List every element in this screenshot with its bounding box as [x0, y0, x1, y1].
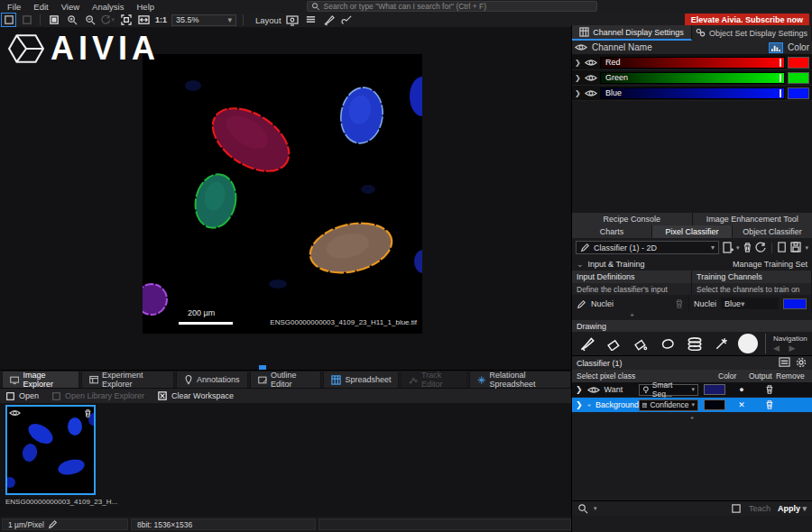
open-classifier-button[interactable]	[777, 242, 788, 253]
menu-analysis[interactable]: Analysis	[92, 2, 124, 12]
want-color-swatch[interactable]	[704, 384, 725, 395]
tab-spreadsheet[interactable]: Spreadsheet	[323, 371, 399, 388]
eye-icon[interactable]	[585, 74, 597, 82]
layout-list-button[interactable]	[304, 14, 318, 26]
search-input[interactable]	[324, 2, 593, 11]
eye-icon[interactable]	[585, 89, 597, 97]
lasso-tool-button[interactable]	[657, 334, 678, 353]
tab-channel-display-settings[interactable]: Channel Display Settings	[572, 25, 692, 41]
eraser-tool-button[interactable]	[603, 334, 624, 353]
menu-file[interactable]: File	[7, 2, 21, 12]
eraser-brush-tool-button[interactable]	[630, 334, 651, 353]
input-training-section-header[interactable]: ⌄ Input & Training Manage Training Set	[572, 257, 812, 271]
open-button[interactable]: Open	[5, 391, 39, 401]
layout-label[interactable]: Layout	[255, 15, 281, 25]
expand-chevron-icon[interactable]: ❯	[575, 74, 582, 82]
new-classifier-button[interactable]	[722, 242, 734, 253]
background-mode-dropdown[interactable]: Confidence ▾	[639, 399, 698, 411]
tab-outline-editor[interactable]: Outline Editor	[250, 371, 322, 388]
green-color-swatch[interactable]	[788, 72, 809, 84]
blue-lut-bar[interactable]: Blue	[600, 87, 785, 99]
chevron-down-icon[interactable]: ▾	[736, 244, 740, 252]
input-definition-row[interactable]: Nuclei	[572, 295, 689, 313]
eye-icon[interactable]	[575, 43, 587, 51]
tab-object-classifier[interactable]: Object Classifier	[733, 225, 812, 238]
want-output-toggle[interactable]: ●	[730, 385, 753, 394]
manage-training-set-link[interactable]: Manage Training Set	[733, 260, 807, 269]
layer-stack-tool-button[interactable]	[684, 334, 706, 353]
delete-classifier-button[interactable]	[742, 242, 752, 253]
fit-width-button[interactable]	[137, 14, 151, 26]
tab-annotations[interactable]: Annotations	[176, 371, 248, 388]
measure-tool-button[interactable]	[340, 14, 354, 26]
tab-experiment-explorer[interactable]: Experiment Explorer	[81, 371, 175, 388]
global-search[interactable]	[307, 1, 597, 12]
chevron-down-icon[interactable]: ▾	[594, 505, 597, 512]
tab-image-explorer[interactable]: Image Explorer	[2, 371, 79, 388]
clear-workspace-button[interactable]: Clear Workspace	[157, 390, 234, 401]
tab-object-set-display-settings[interactable]: Object Set Display Settings	[692, 25, 812, 41]
gear-icon[interactable]	[796, 357, 807, 369]
expand-chevron-icon[interactable]: ❯	[575, 89, 582, 97]
actual-size-button[interactable]: 1:1	[155, 15, 167, 24]
tab-pixel-classifier[interactable]: Pixel Classifier	[652, 225, 732, 238]
add-pixel-class-button[interactable]: +	[572, 413, 812, 424]
select-tool-button[interactable]	[2, 14, 15, 26]
save-classifier-button[interactable]	[790, 242, 802, 253]
training-channel-dropdown[interactable]: Blue ▾	[721, 298, 779, 310]
teach-button[interactable]: Teach	[749, 504, 770, 513]
zoom-out-button[interactable]	[83, 14, 97, 26]
expand-chevron-icon[interactable]: ❯	[576, 385, 583, 394]
eye-icon[interactable]	[587, 386, 600, 394]
menu-view[interactable]: View	[61, 2, 79, 12]
list-options-icon[interactable]	[779, 357, 790, 368]
secondary-select-button[interactable]	[20, 14, 33, 26]
image-canvas[interactable]: 200 µm ENSG00000000003_4109_23_H11_1_blu…	[143, 54, 422, 334]
classifier-select[interactable]: Classifier (1) - 2D ▾	[576, 241, 719, 254]
channel-row-blue[interactable]: ❯ Blue	[572, 86, 812, 101]
eye-icon[interactable]	[585, 59, 597, 67]
green-lut-bar[interactable]: Green	[600, 72, 785, 84]
eye-icon[interactable]	[9, 409, 21, 417]
tab-relational-spreadsheet[interactable]: Relational Spreadsheet	[469, 371, 571, 388]
edit-scale-pencil-icon[interactable]	[48, 519, 58, 529]
pixel-class-row-background[interactable]: ❯ Background Confidence ▾ ✕	[572, 398, 812, 413]
expand-chevron-icon[interactable]: ❯	[576, 400, 583, 409]
trash-icon[interactable]	[764, 384, 774, 395]
tab-charts[interactable]: Charts	[572, 225, 651, 238]
pixel-class-row-want[interactable]: ❯ Want Smart Seg... ▾ ●	[572, 382, 812, 398]
background-output-toggle[interactable]: ✕	[730, 400, 753, 409]
trash-icon[interactable]	[674, 298, 684, 309]
zoom-in-button[interactable]	[65, 14, 78, 26]
fit-screen-button[interactable]	[119, 14, 133, 26]
subscribe-button[interactable]: Elevate Aivia. Subscribe now	[685, 14, 809, 26]
image-thumbnail[interactable]	[5, 405, 96, 495]
magic-wand-tool-button[interactable]	[711, 334, 733, 353]
red-lut-bar[interactable]: Red	[600, 57, 785, 69]
histogram-toggle-button[interactable]	[769, 42, 783, 53]
channel-row-green[interactable]: ❯ Green	[572, 70, 812, 86]
chevron-down-icon[interactable]: ▾	[805, 244, 808, 252]
reset-view-button[interactable]: ▾	[101, 14, 115, 26]
tab-image-enhancement-tool[interactable]: Image Enhancement Tool	[693, 213, 812, 225]
menu-edit[interactable]: Edit	[33, 2, 48, 12]
trash-icon[interactable]	[764, 399, 774, 410]
red-color-swatch[interactable]	[788, 57, 809, 69]
apply-button[interactable]: Apply ▾	[778, 504, 807, 513]
zoom-level-dropdown[interactable]: 35.5% ▾	[171, 14, 236, 26]
want-mode-dropdown[interactable]: Smart Seg... ▾	[639, 384, 698, 396]
trash-icon[interactable]	[83, 408, 92, 418]
brush-tool-button[interactable]	[576, 334, 597, 353]
layout-presets-button[interactable]	[286, 14, 300, 26]
open-library-explorer-button[interactable]: Open Library Explorer	[51, 391, 144, 401]
tab-recipe-console[interactable]: Recipe Console	[572, 213, 692, 225]
channel-row-red[interactable]: ❯ Red	[572, 55, 812, 70]
crop-region-button[interactable]	[47, 14, 60, 26]
add-input-button[interactable]: +	[572, 313, 692, 320]
navigation-arrows[interactable]: ◀ ▶	[773, 344, 807, 353]
preview-region-icon[interactable]	[731, 503, 742, 514]
eye-icon[interactable]	[587, 401, 591, 409]
reload-classifier-button[interactable]	[755, 242, 767, 253]
menu-help[interactable]: Help	[136, 2, 154, 12]
brush-size-preview[interactable]	[738, 334, 758, 353]
